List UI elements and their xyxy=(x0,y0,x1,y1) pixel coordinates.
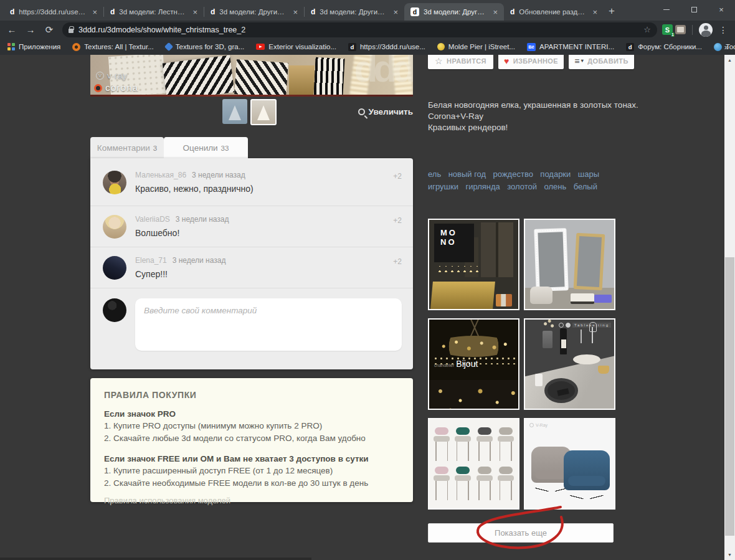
tab-close-icon[interactable]: × xyxy=(91,8,98,16)
bookmark-exterior[interactable]: Exterior visualizatio... xyxy=(256,43,336,50)
bookmark-label: Приложения xyxy=(19,43,60,50)
model-description: Белая новогодняя елка, украшенная в золо… xyxy=(428,100,640,133)
like-button[interactable]: ☆ НРАВИТСЯ xyxy=(428,55,493,69)
tag-link[interactable]: шары xyxy=(578,169,599,179)
comment-username[interactable]: Elena_71 xyxy=(135,256,167,265)
comment-time: 3 недели назад xyxy=(173,256,226,265)
gold-cup xyxy=(598,366,609,374)
tab-3[interactable]: d 3d модели: Другие пред × xyxy=(204,3,304,21)
new-tab-button[interactable]: + xyxy=(604,3,620,19)
tab-close-icon[interactable]: × xyxy=(591,8,599,16)
close-window-button[interactable]: × xyxy=(708,0,735,19)
usage-rules-link[interactable]: Правила использования моделей xyxy=(104,496,399,505)
bookmark-star-icon[interactable]: ☆ xyxy=(643,25,651,34)
related-product-chandelier[interactable]: chandelierBijout xyxy=(428,318,519,410)
chair xyxy=(433,467,450,500)
3ddd-watermark: ddd xyxy=(354,55,412,90)
vray-logo: V v·ray xyxy=(96,71,128,80)
bookmark-forum[interactable]: d Форум: Сборники... xyxy=(626,43,702,51)
purchase-rules-card: ПРАВИЛА ПОКУПКИ Если значок PRO 1. Купит… xyxy=(90,378,413,502)
scroll-down-icon[interactable]: ▼ xyxy=(724,550,735,559)
avatar[interactable] xyxy=(103,256,126,280)
blue-armchair xyxy=(564,450,610,490)
chair-legs xyxy=(570,489,604,505)
tab-comments[interactable]: Комментарии 3 xyxy=(90,137,164,158)
address-bar[interactable]: 3ddd.ru/3dmodels/show/white_christmas_tr… xyxy=(62,22,657,37)
tab-5-active[interactable]: d 3d модели: Другие предм × xyxy=(404,3,504,21)
thumbnail-1[interactable] xyxy=(222,99,247,124)
tab-close-icon[interactable]: × xyxy=(491,8,499,16)
tag-link[interactable]: игрушки xyxy=(428,182,458,191)
rules-item: 2. Скачайте необходимые FREE модели в ко… xyxy=(104,477,399,490)
lock-icon xyxy=(69,29,74,33)
back-button[interactable]: ← xyxy=(4,22,20,37)
tag-link[interactable]: золотой xyxy=(507,182,537,191)
tab-2[interactable]: d 3d модели: Лестницы - О × xyxy=(104,3,204,21)
scroll-up-icon[interactable]: ▲ xyxy=(724,55,735,65)
bookmark-apartment[interactable]: Bē APARTMENT INTERI... xyxy=(527,43,614,51)
extension-s-icon[interactable]: S1 xyxy=(662,24,673,35)
scrollbar-thumb[interactable] xyxy=(725,257,734,536)
tag-link[interactable]: белый xyxy=(574,182,597,191)
thumbnail-2-selected[interactable] xyxy=(250,99,277,125)
tab-6[interactable]: d Обновление раздела 3D × xyxy=(504,3,604,21)
serving-dish xyxy=(573,354,600,364)
image-thumbnails xyxy=(222,99,277,125)
tag-link[interactable]: подарки xyxy=(540,169,571,179)
site-favicon-icon: d xyxy=(311,7,315,16)
bookmark-textures-all[interactable]: Textures: All | Textur... xyxy=(72,43,153,51)
reload-button[interactable]: ⟳ xyxy=(41,22,57,37)
tag-link[interactable]: новый год xyxy=(448,169,486,179)
tab-close-icon[interactable]: × xyxy=(191,8,199,16)
enlarge-link[interactable]: Увеличить xyxy=(336,107,413,116)
comment-input-row xyxy=(90,288,413,353)
bookmark-apps[interactable]: Приложения xyxy=(7,43,60,50)
show-more-button[interactable]: Показать еще xyxy=(428,523,614,543)
avatar[interactable] xyxy=(103,171,126,194)
description-line: Corona+V-Ray xyxy=(428,111,640,122)
stool-row xyxy=(433,467,514,500)
tag-link[interactable]: олень xyxy=(544,182,566,191)
tab-rated-label: Оценили xyxy=(183,143,218,153)
related-product-mono-bar[interactable]: MO NO xyxy=(428,219,519,310)
bookmarks-overflow-icon[interactable]: » xyxy=(724,42,729,52)
related-product-bar-stools[interactable] xyxy=(428,418,519,510)
tab-rated-count: 33 xyxy=(221,145,229,152)
tag-link[interactable]: рождество xyxy=(493,169,533,179)
comment-username[interactable]: ValeriiaDS xyxy=(135,215,170,224)
add-button[interactable]: ≡ ▾ ДОБАВИТЬ xyxy=(569,55,634,69)
product-main-image[interactable]: ddd V v·ray corona xyxy=(90,55,413,95)
bookmark-3ddd-users[interactable]: d https://3ddd.ru/use... xyxy=(348,43,425,51)
tab-close-icon[interactable]: × xyxy=(292,8,299,16)
extension-badge: 1 xyxy=(671,32,675,37)
favorite-button[interactable]: ♥ ИЗБРАННОЕ xyxy=(498,55,564,69)
browser-menu-icon[interactable]: ⋮ xyxy=(715,25,731,35)
maximize-button[interactable] xyxy=(680,0,708,19)
tab-close-icon[interactable]: × xyxy=(392,8,399,16)
bookmark-molde-pier[interactable]: Molde Pier | iStreet... xyxy=(437,43,515,50)
bookmark-label: Exterior visualizatio... xyxy=(268,43,336,50)
tag-link[interactable]: гирлянда xyxy=(465,182,500,191)
shelf xyxy=(481,222,513,277)
profile-avatar[interactable] xyxy=(699,23,713,37)
related-product-armchairs[interactable]: V-Ray xyxy=(524,418,615,510)
bookmark-textures-3d[interactable]: Textures for 3D, gra... xyxy=(166,43,245,50)
extension-image-icon[interactable] xyxy=(675,25,686,34)
minimize-button[interactable] xyxy=(653,0,680,19)
tab-rated[interactable]: Оценили 33 xyxy=(164,137,248,158)
tab-4[interactable]: d 3d модели: Другие пред × xyxy=(305,3,404,21)
tab-title: 3d модели: Другие пред xyxy=(320,8,387,16)
tab-title: 3d модели: Другие пред xyxy=(219,8,287,16)
avatar[interactable] xyxy=(103,215,126,239)
related-product-makeup-mirrors[interactable] xyxy=(524,219,615,310)
comment-textarea[interactable] xyxy=(135,298,402,351)
tab-1[interactable]: d https://3ddd.ru/users/alex × xyxy=(4,3,103,21)
rules-section-heading: Если значок FREE или ОМ и Вам не хватает… xyxy=(104,454,399,463)
forward-button[interactable]: → xyxy=(22,22,39,37)
table-setting-label: Tablesetting xyxy=(559,323,611,328)
description-line: Белая новогодняя елка, украшенная в золо… xyxy=(428,100,640,111)
related-product-table-setting[interactable]: Tablesetting xyxy=(524,318,615,410)
tag-link[interactable]: ель xyxy=(428,169,441,179)
page-scrollbar[interactable]: ▲ ▼ xyxy=(724,55,735,560)
comment-username[interactable]: Маленькая_86 xyxy=(135,171,186,179)
